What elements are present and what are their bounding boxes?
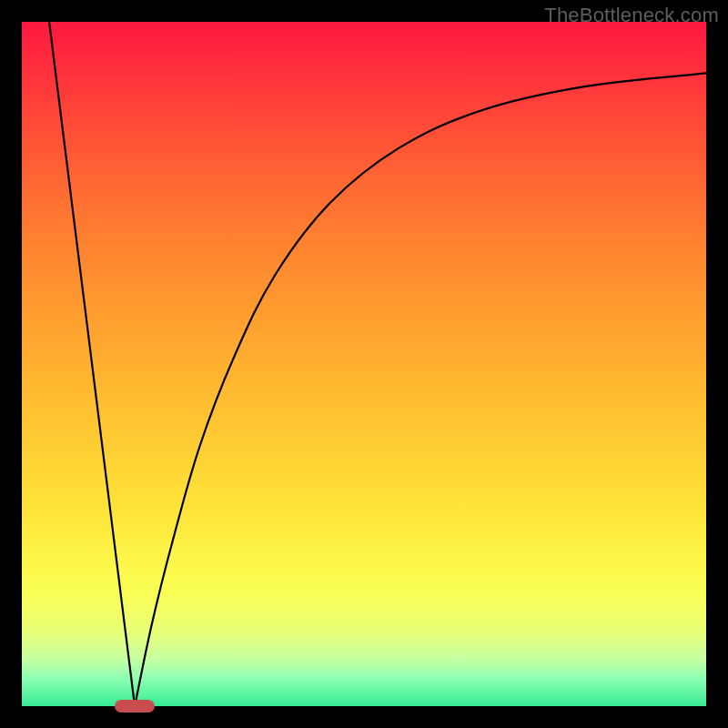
curve-path [49, 22, 706, 706]
chart-area [22, 22, 706, 706]
chart-svg [22, 22, 706, 706]
watermark-text: TheBottleneck.com [544, 4, 719, 27]
baseline-marker [115, 700, 155, 713]
